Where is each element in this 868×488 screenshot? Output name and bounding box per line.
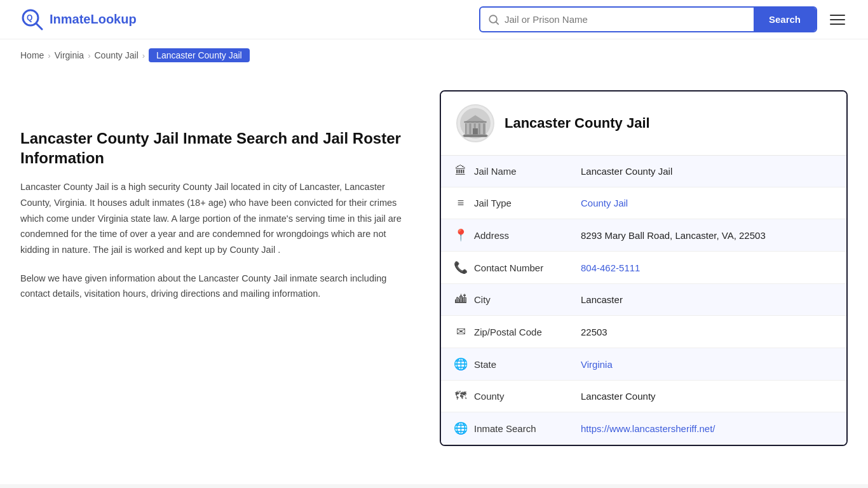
- row-icon: 📞: [454, 261, 468, 274]
- search-input[interactable]: [505, 8, 746, 31]
- table-row: 📍 Address 8293 Mary Ball Road, Lancaster…: [441, 219, 846, 252]
- info-card-title: Lancaster County Jail: [505, 115, 650, 132]
- svg-line-1: [36, 24, 42, 29]
- right-column: Lancaster County Jail 🏛 Jail Name Lancas…: [440, 90, 848, 446]
- row-value-cell: Lancaster County: [568, 381, 846, 412]
- row-label-cell: ✉ Zip/Postal Code: [441, 316, 568, 348]
- svg-rect-12: [464, 121, 486, 123]
- jail-building-icon: [460, 108, 491, 139]
- breadcrumb-current: Lancaster County Jail: [149, 48, 250, 62]
- row-value-cell: 22503: [568, 316, 846, 348]
- row-value-cell[interactable]: https://www.lancastersheriff.net/: [568, 412, 846, 445]
- header-right: Search: [479, 6, 848, 32]
- logo-part2: Lookup: [90, 12, 136, 26]
- row-icon: 🏛: [454, 165, 468, 178]
- row-label: Jail Type: [474, 198, 512, 208]
- breadcrumb-type[interactable]: County Jail: [94, 50, 138, 60]
- logo-icon: Q: [20, 8, 44, 32]
- row-label-cell: 📍 Address: [441, 219, 568, 252]
- search-icon: [488, 14, 499, 25]
- row-label: Address: [474, 230, 509, 241]
- row-icon: 🏙: [454, 293, 468, 306]
- breadcrumb: Home › Virginia › County Jail › Lancaste…: [0, 39, 868, 71]
- logo-text: InmateLookup: [50, 12, 137, 27]
- svg-line-4: [496, 22, 499, 24]
- row-value-link[interactable]: County Jail: [581, 198, 628, 208]
- table-row: 🏙 City Lancaster: [441, 284, 846, 316]
- row-icon: ≡: [454, 196, 468, 210]
- footer: [0, 484, 868, 488]
- logo-link[interactable]: Q InmateLookup: [20, 8, 137, 32]
- svg-rect-10: [480, 121, 483, 135]
- row-label-cell: 📞 Contact Number: [441, 252, 568, 284]
- row-label: State: [474, 359, 496, 370]
- page-title: Lancaster County Jail Inmate Search and …: [20, 128, 414, 168]
- row-value-cell: Lancaster County Jail: [568, 156, 846, 187]
- table-row: 📞 Contact Number 804-462-5111: [441, 252, 846, 284]
- search-bar: Search: [479, 6, 817, 32]
- table-row: 🏛 Jail Name Lancaster County Jail: [441, 156, 846, 187]
- row-icon: 📍: [454, 228, 468, 242]
- row-label: City: [474, 294, 491, 305]
- search-button[interactable]: Search: [754, 8, 816, 31]
- jail-avatar: [456, 104, 494, 142]
- site-header: Q InmateLookup Search: [0, 0, 868, 39]
- row-label: County: [474, 391, 505, 402]
- breadcrumb-state[interactable]: Virginia: [55, 50, 84, 60]
- row-label: Inmate Search: [474, 423, 536, 434]
- hamburger-menu-button[interactable]: [827, 12, 848, 27]
- row-label-cell: 🗺 County: [441, 381, 568, 412]
- row-label-cell: ≡ Jail Type: [441, 187, 568, 219]
- page-description-1: Lancaster County Jail is a high security…: [20, 179, 414, 257]
- svg-rect-15: [462, 135, 489, 137]
- row-value-cell[interactable]: 804-462-5111: [568, 252, 846, 284]
- row-label: Zip/Postal Code: [474, 327, 542, 337]
- breadcrumb-sep-1: ›: [48, 51, 50, 60]
- hamburger-line-2: [830, 19, 845, 20]
- table-row: 🌐 State Virginia: [441, 348, 846, 381]
- svg-text:Q: Q: [27, 13, 32, 22]
- row-icon: 🌐: [454, 357, 468, 371]
- row-icon: ✉: [454, 325, 468, 339]
- row-value-cell: 8293 Mary Ball Road, Lancaster, VA, 2250…: [568, 219, 846, 252]
- table-row: ✉ Zip/Postal Code 22503: [441, 316, 846, 348]
- breadcrumb-sep-3: ›: [142, 51, 145, 60]
- breadcrumb-home[interactable]: Home: [20, 50, 44, 60]
- row-label-cell: 🏛 Jail Name: [441, 156, 568, 187]
- left-column: Lancaster County Jail Inmate Search and …: [20, 90, 414, 302]
- search-bar-inner: [480, 8, 754, 31]
- table-row: ≡ Jail Type County Jail: [441, 187, 846, 219]
- row-icon: 🗺: [454, 390, 468, 403]
- breadcrumb-sep-2: ›: [88, 51, 90, 60]
- row-value-link[interactable]: 804-462-5111: [581, 262, 640, 273]
- info-card: Lancaster County Jail 🏛 Jail Name Lancas…: [440, 90, 848, 446]
- table-row: 🌐 Inmate Search https://www.lancastershe…: [441, 412, 846, 445]
- main-content: Lancaster County Jail Inmate Search and …: [0, 71, 868, 484]
- row-value-link[interactable]: https://www.lancastersheriff.net/: [581, 423, 715, 434]
- svg-rect-7: [466, 121, 469, 135]
- row-label-cell: 🏙 City: [441, 284, 568, 316]
- row-label: Jail Name: [474, 166, 517, 177]
- page-description-2: Below we have given information about th…: [20, 271, 414, 302]
- row-value-cell[interactable]: County Jail: [568, 187, 846, 219]
- hamburger-line-3: [830, 24, 845, 25]
- row-value-cell[interactable]: Virginia: [568, 348, 846, 381]
- row-value-cell: Lancaster: [568, 284, 846, 316]
- info-table: 🏛 Jail Name Lancaster County Jail ≡ Jail…: [441, 156, 846, 445]
- row-label-cell: 🌐 State: [441, 348, 568, 381]
- logo-part1: Inmate: [50, 12, 90, 26]
- info-card-header: Lancaster County Jail: [441, 92, 846, 156]
- row-icon: 🌐: [454, 421, 468, 435]
- hamburger-line-1: [830, 15, 845, 16]
- table-row: 🗺 County Lancaster County: [441, 381, 846, 412]
- row-label: Contact Number: [474, 262, 543, 273]
- row-label-cell: 🌐 Inmate Search: [441, 412, 568, 445]
- svg-rect-13: [473, 128, 478, 135]
- row-value-link[interactable]: Virginia: [581, 359, 613, 370]
